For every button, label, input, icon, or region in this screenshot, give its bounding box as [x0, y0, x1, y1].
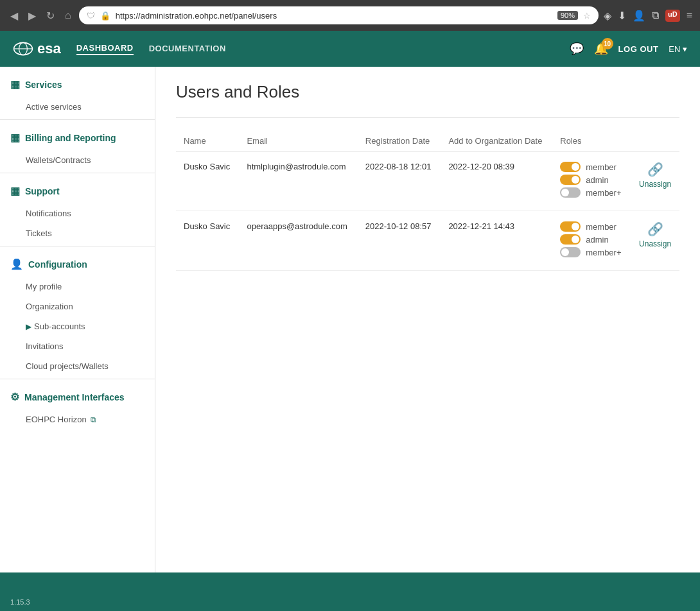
- download-icon[interactable]: ⬇: [618, 10, 626, 22]
- sidebar-item-tickets[interactable]: Tickets: [0, 223, 155, 243]
- home-button[interactable]: ⌂: [62, 7, 74, 24]
- url-text: https://administration.eohpc.net/panel/u…: [116, 11, 552, 21]
- content-divider: [176, 117, 679, 118]
- col-roles: Roles: [552, 131, 631, 151]
- nav-dashboard[interactable]: DASHBOARD: [76, 43, 134, 55]
- role-label-0-1: admin: [586, 175, 608, 185]
- col-reg-date: Registration Date: [358, 131, 441, 151]
- col-email: Email: [239, 131, 357, 151]
- toggle-knob-0-2: [561, 189, 569, 196]
- unassign-label-1: Unassign: [639, 239, 671, 248]
- browser-chrome: ◀ ▶ ↻ ⌂ 🛡 🔒 https://administration.eohpc…: [0, 0, 700, 31]
- sidebar-configuration-header[interactable]: 👤 Configuration: [0, 252, 155, 277]
- role-label-1-0: member: [586, 222, 617, 232]
- sidebar-services-header[interactable]: ▦ Services: [0, 72, 155, 97]
- sidebar-item-invitations[interactable]: Invitations: [0, 336, 155, 356]
- profile-icon[interactable]: 👤: [633, 10, 645, 22]
- sidebar-item-wallets[interactable]: Wallets/Contracts: [0, 150, 155, 170]
- role-label-1-1: admin: [586, 235, 608, 245]
- divider-2: [0, 173, 155, 173]
- browser-right-icons: ◈ ⬇ 👤 ⧉ uD ≡: [604, 10, 692, 22]
- sidebar-billing-header[interactable]: ▦ Billing and Reporting: [0, 125, 155, 150]
- url-bar[interactable]: 🛡 🔒 https://administration.eohpc.net/pan…: [79, 6, 599, 24]
- sidebar-support-header[interactable]: ▦ Support: [0, 178, 155, 203]
- nav-documentation[interactable]: DOCUMENTATION: [149, 44, 226, 55]
- unassign-label-0: Unassign: [639, 180, 671, 189]
- support-icon: ▦: [10, 185, 20, 197]
- page-title: Users and Roles: [176, 82, 679, 102]
- services-icon: ▦: [10, 78, 20, 90]
- sidebar-management-header[interactable]: ⚙ Management Interfaces: [0, 384, 155, 409]
- logo: esa: [13, 40, 61, 57]
- pocket-icon[interactable]: ◈: [604, 10, 611, 22]
- support-label: Support: [25, 186, 60, 196]
- toggle-switch-1-2[interactable]: [560, 247, 581, 257]
- sidebar-item-my-profile[interactable]: My profile: [0, 277, 155, 297]
- nav-right: 💬 🔔 10 LOG OUT EN ▾: [570, 42, 687, 56]
- management-label: Management Interfaces: [24, 392, 125, 402]
- divider-4: [0, 379, 155, 379]
- billing-icon: ▦: [10, 132, 20, 144]
- role-label-1-2: member+: [586, 248, 621, 257]
- row-0-org-date: 2022-12-20 08:39: [441, 151, 552, 211]
- toggle-switch-1-0[interactable]: [560, 221, 581, 232]
- logout-button[interactable]: LOG OUT: [618, 44, 659, 54]
- unassign-button-1[interactable]: 🔗Unassign: [638, 221, 672, 248]
- role-toggle-0-0[interactable]: member: [560, 162, 623, 172]
- forward-button[interactable]: ▶: [26, 7, 39, 24]
- row-1-reg-date: 2022-10-12 08:57: [358, 211, 441, 271]
- sidebar-section-billing: ▦ Billing and Reporting Wallets/Contract…: [0, 125, 155, 170]
- unassign-button-0[interactable]: 🔗Unassign: [638, 162, 672, 189]
- row-0-name: Dusko Savic: [176, 151, 239, 211]
- logo-text: esa: [37, 40, 61, 57]
- role-label-0-2: member+: [586, 188, 621, 198]
- billing-label: Billing and Reporting: [25, 133, 116, 143]
- toggle-switch-1-1[interactable]: [560, 234, 581, 245]
- sidebar-item-cloud-projects[interactable]: Cloud projects/Wallets: [0, 356, 155, 376]
- sidebar-item-active-services[interactable]: Active services: [0, 97, 155, 117]
- sidebar-item-notifications[interactable]: Notifications: [0, 203, 155, 223]
- row-0-roles: memberadminmember+: [552, 151, 631, 211]
- sub-accounts-label: Sub-accounts: [34, 322, 85, 331]
- table-row: Dusko Savichtmlplugin@astrodule.com2022-…: [176, 151, 679, 211]
- role-toggle-0-1[interactable]: admin: [560, 175, 623, 185]
- toggle-switch-0-0[interactable]: [560, 162, 581, 172]
- language-selector[interactable]: EN ▾: [669, 44, 687, 54]
- app-footer: 1.15.3: [0, 572, 700, 611]
- divider-3: [0, 246, 155, 246]
- role-toggle-1-2[interactable]: member+: [560, 247, 623, 257]
- toggle-switch-0-1[interactable]: [560, 175, 581, 185]
- menu-icon[interactable]: ≡: [687, 10, 692, 22]
- zoom-badge: 90%: [557, 11, 578, 20]
- col-action: [631, 131, 679, 151]
- content-area: Users and Roles Name Email Registration …: [155, 67, 700, 572]
- row-1-org-date: 2022-12-21 14:43: [441, 211, 552, 271]
- toggle-knob-1-0: [572, 223, 579, 230]
- reload-button[interactable]: ↻: [44, 7, 57, 24]
- main-area: ▦ Services Active services ▦ Billing and…: [0, 67, 700, 572]
- role-toggle-1-1[interactable]: admin: [560, 234, 623, 245]
- chat-icon[interactable]: 💬: [570, 42, 584, 56]
- toggle-switch-0-2[interactable]: [560, 187, 581, 198]
- row-0-email: htmlplugin@astrodule.com: [239, 151, 357, 211]
- sidebar-item-eohpc-horizon[interactable]: EOHPC Horizon ⧉: [0, 409, 155, 429]
- unlink-icon-1: 🔗: [647, 221, 663, 237]
- role-toggle-0-2[interactable]: member+: [560, 187, 623, 198]
- role-toggle-1-0[interactable]: member: [560, 221, 623, 232]
- top-nav: esa DASHBOARD DOCUMENTATION 💬 🔔 10 LOG O…: [0, 31, 700, 67]
- extensions-icon[interactable]: ⧉: [652, 10, 659, 22]
- sidebar-item-organization[interactable]: Organization: [0, 297, 155, 316]
- bookmark-icon[interactable]: ☆: [583, 11, 591, 21]
- toggle-knob-1-2: [561, 248, 569, 256]
- ublock-icon[interactable]: uD: [665, 10, 680, 22]
- version-text: 1.15.3: [10, 598, 30, 606]
- sidebar-item-sub-accounts[interactable]: ▶ Sub-accounts: [0, 316, 155, 336]
- back-button[interactable]: ◀: [8, 7, 21, 24]
- toggle-knob-0-1: [572, 176, 579, 184]
- shield-icon: 🛡: [87, 11, 95, 21]
- row-0-reg-date: 2022-08-18 12:01: [358, 151, 441, 211]
- sidebar-section-configuration: 👤 Configuration My profile Organization …: [0, 252, 155, 376]
- notification-bell-icon[interactable]: 🔔 10: [594, 42, 608, 56]
- sidebar-section-services: ▦ Services Active services: [0, 72, 155, 117]
- sub-accounts-arrow-icon: ▶: [26, 322, 31, 331]
